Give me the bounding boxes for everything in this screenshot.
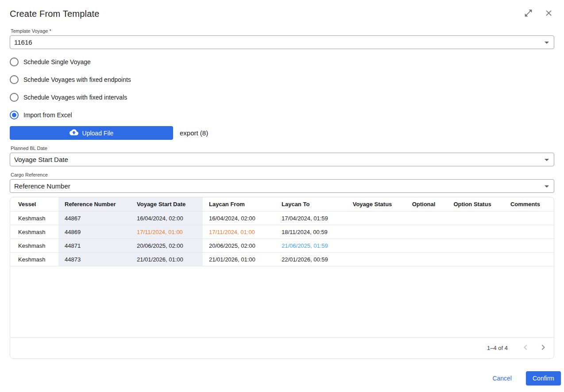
template-voyage-value: 11616 bbox=[14, 38, 32, 46]
radio-label: Import from Excel bbox=[23, 111, 72, 119]
pagination-prev-button[interactable] bbox=[519, 342, 532, 354]
column-header-reference-number[interactable]: Reference Number bbox=[58, 197, 131, 211]
radio-label: Schedule Single Voyage bbox=[23, 58, 91, 65]
table-header-row: Vessel Reference Number Voyage Start Dat… bbox=[10, 197, 554, 211]
radio-icon bbox=[10, 58, 19, 66]
close-icon bbox=[544, 8, 553, 19]
planned-bl-date-label: Planned BL Date bbox=[11, 146, 554, 151]
template-voyage-label: Template Voyage * bbox=[11, 28, 554, 34]
column-header-laycan-from[interactable]: Laycan From bbox=[203, 197, 275, 211]
cargo-reference-label: Cargo Reference bbox=[11, 172, 554, 177]
radio-import-from-excel[interactable]: Import from Excel bbox=[10, 106, 554, 124]
voyages-table: Vessel Reference Number Voyage Start Dat… bbox=[10, 197, 554, 359]
export-filename-text: export (8) bbox=[180, 129, 208, 137]
radio-schedule-single-voyage[interactable]: Schedule Single Voyage bbox=[10, 53, 554, 71]
cell-comments bbox=[497, 253, 554, 266]
cell-vessel: Keshmash bbox=[10, 225, 58, 238]
create-from-template-dialog: Create From Template Template Voyage * 1… bbox=[0, 0, 564, 392]
chevron-down-icon bbox=[545, 185, 549, 188]
cell-laycan-to: 22/01/2026, 00:59 bbox=[275, 253, 345, 266]
radio-schedule-fixed-endpoints[interactable]: Schedule Voyages with fixed endpoints bbox=[10, 71, 554, 88]
cell-voyage-status bbox=[345, 239, 399, 252]
cell-laycan-from: 17/11/2024, 01:00 bbox=[203, 225, 275, 238]
pagination-next-button[interactable] bbox=[537, 342, 549, 354]
cell-optional bbox=[399, 225, 448, 238]
cell-option-status bbox=[448, 225, 497, 238]
column-header-option-status[interactable]: Option Status bbox=[448, 197, 497, 211]
cell-voyage-status bbox=[345, 253, 399, 266]
upload-file-label: Upload File bbox=[82, 130, 114, 137]
cell-comments bbox=[497, 211, 554, 225]
dialog-header: Create From Template bbox=[10, 7, 554, 20]
radio-icon bbox=[10, 111, 19, 119]
cell-optional bbox=[399, 253, 448, 266]
table-row[interactable]: Keshmash 44873 21/01/2026, 01:00 21/01/2… bbox=[10, 253, 554, 266]
radio-icon bbox=[10, 93, 19, 102]
table-pagination: 1–4 of 4 bbox=[10, 337, 554, 358]
radio-icon bbox=[10, 75, 19, 84]
cell-reference-number: 44871 bbox=[58, 239, 131, 252]
cell-laycan-to: 17/04/2024, 01:59 bbox=[275, 211, 345, 225]
cell-optional bbox=[399, 211, 448, 225]
radio-schedule-fixed-intervals[interactable]: Schedule Voyages with fixed intervals bbox=[10, 88, 554, 106]
table-row[interactable]: Keshmash 44869 17/11/2024, 01:00 17/11/2… bbox=[10, 225, 554, 239]
cell-voyage-start-date: 16/04/2024, 02:00 bbox=[131, 211, 203, 225]
cargo-reference-value: Reference Number bbox=[14, 182, 70, 190]
cell-voyage-status bbox=[345, 225, 399, 238]
cell-option-status bbox=[448, 211, 497, 225]
cell-laycan-from: 16/04/2024, 02:00 bbox=[203, 211, 275, 225]
column-header-laycan-to[interactable]: Laycan To bbox=[275, 197, 345, 211]
cell-option-status bbox=[448, 253, 497, 266]
expand-button[interactable] bbox=[522, 8, 534, 19]
chevron-down-icon bbox=[545, 42, 549, 44]
table-row[interactable]: Keshmash 44867 16/04/2024, 02:00 16/04/2… bbox=[10, 211, 554, 225]
cell-vessel: Keshmash bbox=[10, 253, 58, 266]
cell-laycan-from: 20/06/2025, 02:00 bbox=[203, 239, 275, 252]
cell-voyage-start-date: 20/06/2025, 02:00 bbox=[131, 239, 203, 252]
cell-laycan-to: 21/06/2025, 01:59 bbox=[275, 239, 345, 252]
cell-reference-number: 44873 bbox=[58, 253, 131, 266]
table-empty-area bbox=[10, 266, 554, 337]
cell-reference-number: 44869 bbox=[58, 225, 131, 238]
column-header-voyage-start-date[interactable]: Voyage Start Date bbox=[131, 197, 203, 211]
dialog-footer: Cancel Confirm bbox=[10, 371, 561, 385]
cell-vessel: Keshmash bbox=[10, 239, 58, 252]
cell-voyage-start-date: 21/01/2026, 01:00 bbox=[131, 253, 203, 266]
header-actions bbox=[522, 8, 554, 19]
cell-laycan-from: 21/01/2026, 01:00 bbox=[203, 253, 275, 266]
expand-icon bbox=[524, 8, 533, 19]
upload-row: Upload File export (8) bbox=[10, 126, 554, 140]
column-header-comments[interactable]: Comments bbox=[497, 197, 554, 211]
template-voyage-select[interactable]: 11616 bbox=[10, 35, 554, 49]
radio-label: Schedule Voyages with fixed intervals bbox=[23, 94, 127, 101]
cell-comments bbox=[497, 239, 554, 252]
cell-voyage-status bbox=[345, 211, 399, 225]
column-header-vessel[interactable]: Vessel bbox=[10, 197, 58, 211]
cell-vessel: Keshmash bbox=[10, 211, 58, 225]
cancel-button[interactable]: Cancel bbox=[490, 373, 514, 384]
planned-bl-date-select[interactable]: Voyage Start Date bbox=[10, 153, 554, 166]
column-header-voyage-status[interactable]: Voyage Status bbox=[345, 197, 399, 211]
column-header-optional[interactable]: Optional bbox=[399, 197, 448, 211]
page-title: Create From Template bbox=[10, 9, 100, 19]
planned-bl-date-value: Voyage Start Date bbox=[14, 156, 68, 163]
cargo-reference-select[interactable]: Reference Number bbox=[10, 179, 554, 193]
radio-label: Schedule Voyages with fixed endpoints bbox=[23, 76, 131, 83]
confirm-button[interactable]: Confirm bbox=[526, 371, 561, 385]
cell-laycan-to: 18/11/2024, 00:59 bbox=[275, 225, 345, 238]
table-row[interactable]: Keshmash 44871 20/06/2025, 02:00 20/06/2… bbox=[10, 239, 554, 253]
cell-voyage-start-date: 17/11/2024, 01:00 bbox=[131, 225, 203, 238]
cell-reference-number: 44867 bbox=[58, 211, 131, 225]
close-button[interactable] bbox=[543, 8, 554, 19]
cell-option-status bbox=[448, 239, 497, 252]
pagination-range-label: 1–4 of 4 bbox=[487, 345, 508, 351]
cell-optional bbox=[399, 239, 448, 252]
schedule-mode-radio-group: Schedule Single Voyage Schedule Voyages … bbox=[10, 53, 554, 124]
upload-file-button[interactable]: Upload File bbox=[10, 126, 173, 140]
chevron-left-icon bbox=[520, 342, 531, 354]
cloud-upload-icon bbox=[70, 128, 78, 138]
chevron-down-icon bbox=[545, 159, 549, 161]
cell-comments bbox=[497, 225, 554, 238]
chevron-right-icon bbox=[538, 342, 549, 354]
